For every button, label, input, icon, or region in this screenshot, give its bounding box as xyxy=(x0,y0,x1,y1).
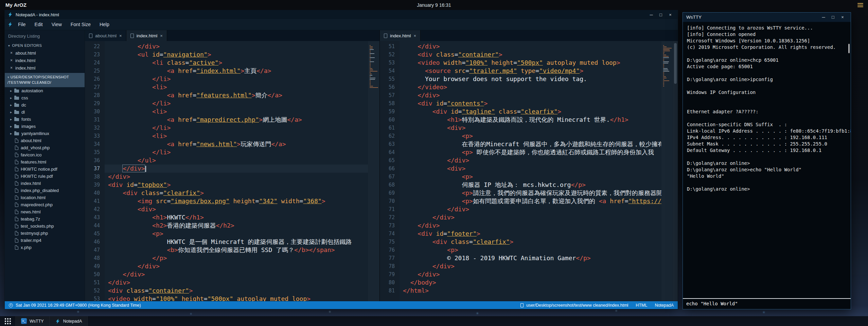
tree-file[interactable]: x.php xyxy=(5,244,85,251)
terminal-line: Active code page: 65001 xyxy=(687,63,847,70)
open-editor-item[interactable]: ×index.html xyxy=(5,64,85,72)
close-tab-icon[interactable]: × xyxy=(160,33,163,38)
terminal-output[interactable]: [info] Connecting to arozos WsTTY servic… xyxy=(683,22,851,298)
close-button[interactable]: × xyxy=(838,15,847,20)
line-number: 34 xyxy=(85,140,100,148)
scrollbar-thumb[interactable] xyxy=(674,43,677,84)
tree-file[interactable]: mapredirect.php xyxy=(5,201,85,208)
line-number: 67 xyxy=(380,173,395,181)
notepada-logo-icon xyxy=(7,22,13,27)
code-line: <a href="features.html">簡介</a> xyxy=(105,91,368,99)
tab-index.html[interactable]: index.html× xyxy=(380,30,421,41)
code-line: <a href="index.html">主頁</a> xyxy=(105,67,368,75)
code-line: </div> xyxy=(400,222,661,230)
menu-item-file[interactable]: File xyxy=(14,20,30,29)
close-button[interactable]: × xyxy=(666,12,675,17)
tree-file[interactable]: about.html xyxy=(5,137,85,144)
chevron-right-icon: ▸ xyxy=(10,124,12,128)
tree-file[interactable]: features.html xyxy=(5,158,85,166)
terminal-input-echo[interactable]: echo "Hello World" xyxy=(683,298,851,309)
workspace-root[interactable]: ▾ USER/DESKTOP/SCREENSHOT /TEST/WWW CLEA… xyxy=(5,73,85,87)
minimap-line xyxy=(370,57,375,58)
close-file-icon[interactable]: × xyxy=(10,51,13,55)
menu-item-font-size[interactable]: Font Size xyxy=(66,20,95,29)
menu-item-view[interactable]: View xyxy=(47,20,66,29)
tree-folder[interactable]: ▸css xyxy=(5,94,85,101)
minimap-line xyxy=(663,82,664,82)
file-icon xyxy=(15,210,18,214)
tree-folder[interactable]: ▸yamlyamllinux xyxy=(5,130,85,137)
tree-file[interactable]: index.php_disabled xyxy=(5,187,85,194)
terminal-icon: >_ xyxy=(21,318,27,324)
tab-about.html[interactable]: about.html× xyxy=(85,30,126,41)
close-tab-icon[interactable]: × xyxy=(414,33,417,38)
code-line: 伺服器 IP 地址為： mcs.hkwtc.org</p> xyxy=(400,181,661,189)
hamburger-menu-icon[interactable] xyxy=(857,3,863,7)
tree-file[interactable]: favicon.ico xyxy=(5,151,85,158)
minimap-line xyxy=(663,51,670,51)
system-menu-title[interactable]: My ArOZ xyxy=(5,2,26,8)
line-number: 31 xyxy=(85,116,100,124)
maximize-button[interactable]: □ xyxy=(656,12,666,17)
close-tab-icon[interactable]: × xyxy=(119,33,122,38)
tree-folder[interactable]: ▸fonts xyxy=(5,116,85,123)
close-file-icon[interactable]: × xyxy=(10,58,13,63)
tree-file[interactable]: trailer.mp4 xyxy=(5,237,85,244)
minimize-button[interactable]: ─ xyxy=(819,15,828,20)
chevron-right-icon: ▸ xyxy=(10,89,12,93)
app-launcher-button[interactable] xyxy=(0,316,16,326)
apps-grid-icon xyxy=(5,318,11,324)
minimap[interactable] xyxy=(368,41,379,301)
minimap-line xyxy=(370,74,372,74)
close-file-icon[interactable]: × xyxy=(10,65,13,70)
scrollbar[interactable] xyxy=(673,41,678,301)
taskbar-item-wstty[interactable]: >_ WsTTY xyxy=(16,316,50,326)
minimap[interactable] xyxy=(661,41,673,301)
terminal-line: IPv4 Address. . . . . . . . . . . : 192.… xyxy=(687,134,847,141)
tree-file[interactable]: add_vhost.php xyxy=(5,144,85,151)
file-name: news.html xyxy=(21,209,41,214)
tree-file[interactable]: HKWTC notice.pdf xyxy=(5,166,85,173)
tree-file[interactable]: testmysql.php xyxy=(5,230,85,237)
menu-item-help[interactable]: Help xyxy=(95,20,114,29)
line-number: 24 xyxy=(85,59,100,67)
open-editor-item[interactable]: ×about.html xyxy=(5,49,85,57)
line-number: 73 xyxy=(380,222,395,230)
status-language-mode[interactable]: HTML xyxy=(636,303,647,308)
tab-index.html[interactable]: index.html× xyxy=(126,30,167,41)
minimize-button[interactable]: ─ xyxy=(646,12,656,17)
tree-folder[interactable]: ▸dl xyxy=(5,109,85,116)
open-editor-item[interactable]: ×index.html xyxy=(5,57,85,64)
file-icon xyxy=(15,224,18,228)
tree-file[interactable]: HKWTC rule.pdf xyxy=(5,173,85,180)
wstty-titlebar[interactable]: WsTTY ─ □ × xyxy=(683,13,851,22)
open-editors-section[interactable]: ▾ OPEN EDITORS xyxy=(5,41,85,49)
file-icon xyxy=(130,34,134,38)
tree-folder[interactable]: ▸autostation xyxy=(5,87,85,94)
file-name: about.html xyxy=(21,138,41,143)
code-line: <p>請注意，我們的伺服器為確保玩家及遊玩時的質素，我們對的服務器開 xyxy=(400,189,661,197)
code-line: <div id="footer"> xyxy=(400,230,661,238)
minimap-line xyxy=(663,59,664,59)
menu-item-edit[interactable]: Edit xyxy=(30,20,47,29)
scrollbar-thumb[interactable] xyxy=(848,44,850,53)
terminal-line: Ethernet adapter ?A?????: xyxy=(687,109,847,115)
maximize-button[interactable]: □ xyxy=(828,15,838,20)
tree-file[interactable]: test_sockets.php xyxy=(5,223,85,230)
code-editor[interactable]: </div> <ul id="navigation"> <li class="a… xyxy=(105,41,368,301)
minimap-line xyxy=(663,53,664,54)
file-name: add_vhost.php xyxy=(21,145,50,150)
minimap-line xyxy=(370,45,371,46)
tree-file[interactable]: index.html xyxy=(5,180,85,187)
taskbar-item-notepada[interactable]: NotepadA xyxy=(50,316,88,326)
tree-file[interactable]: news.html xyxy=(5,208,85,215)
code-editor[interactable]: </div> <div class="container"> <video wi… xyxy=(400,41,661,301)
tree-folder[interactable]: ▸images xyxy=(5,123,85,130)
notepada-titlebar[interactable]: NotepadA - index.html ─ □ × xyxy=(5,10,678,19)
tree-file[interactable]: location.html xyxy=(5,194,85,201)
tree-folder[interactable]: ▸dc xyxy=(5,101,85,109)
status-datetime: Sat Jan 09 2021 16:29:49 GMT+0800 (Hong … xyxy=(16,303,518,308)
tree-file[interactable]: teabag.7z xyxy=(5,215,85,223)
status-filepath[interactable]: user/Desktop/screenshot/test/www cleaned… xyxy=(526,303,628,308)
line-number: 33 xyxy=(85,132,100,140)
